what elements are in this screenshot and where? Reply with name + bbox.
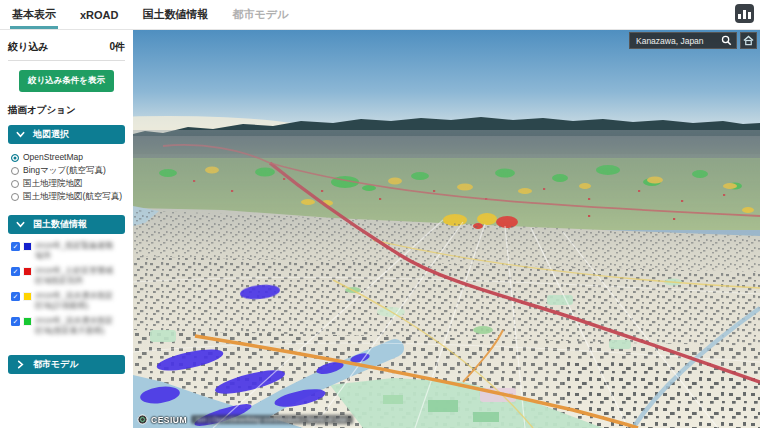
basemap-radio-list: OpenStreetMap Bingマップ(航空写真) 国土地理院地図 国土地理… — [8, 144, 125, 207]
nlni-layer-row[interactable]: ✓ 2019年_洪水浸水想定区域(計画規模) — [11, 291, 125, 310]
app-window: 基本表示 xROAD 国土数値情報 都市モデル 絞り込み 0件 絞り込み条件を表… — [0, 0, 760, 428]
map-credits: CESIUM ion | OpenStreetMap contributors … — [137, 414, 353, 425]
radio-icon — [11, 167, 19, 175]
cesium-globe-icon — [137, 414, 148, 425]
basemap-option-label: OpenStreetMap — [23, 151, 83, 164]
basemap-option-label: 国土地理院地図 — [23, 177, 83, 190]
tab-nav: 基本表示 xROAD 国土数値情報 都市モデル — [0, 0, 760, 29]
basemap-option-openstreetmap[interactable]: OpenStreetMap — [11, 151, 125, 164]
radio-icon — [11, 193, 19, 201]
basemap-option-gsi-map[interactable]: 国土地理院地図 — [11, 177, 125, 190]
search-icon[interactable] — [721, 35, 732, 46]
basemap-option-label: Bingマップ(航空写真) — [23, 164, 106, 177]
accordion-map-select[interactable]: 地図選択 — [8, 125, 125, 144]
home-view-button[interactable] — [740, 32, 757, 49]
tab-national-land-info[interactable]: 国土数値情報 — [143, 0, 209, 29]
chevron-down-icon — [16, 130, 25, 139]
bar-chart-icon — [748, 12, 751, 19]
cesium-logo[interactable]: CESIUM — [137, 414, 187, 425]
nlni-layer-row[interactable]: ✓ 2019年_指定緊急避難場所 — [11, 241, 125, 260]
accordion-nlni[interactable]: 国土数値情報 — [8, 215, 125, 234]
bar-chart-icon — [738, 14, 741, 19]
geocoder: Kanazawa, Japan — [629, 32, 757, 49]
layer-color-swatch — [23, 267, 32, 276]
tab-xroad[interactable]: xROAD — [80, 0, 119, 29]
nlni-layer-label-blurred: 2019年_洪水浸水想定区域(計画規模) — [35, 291, 121, 310]
draw-options-label: 描画オプション — [8, 104, 125, 117]
chevron-right-icon — [16, 360, 25, 369]
cesium-3d-map-viewport[interactable]: Kanazawa, Japan CESIUM — [133, 30, 760, 428]
nlni-layer-list: ✓ 2019年_指定緊急避難場所 ✓ 2019年_土砂災害警戒区域指定箇所 ✓ … — [8, 234, 125, 347]
cesium-logo-text: CESIUM — [151, 415, 187, 425]
search-value: Kanazawa, Japan — [636, 36, 721, 46]
terrain-render — [133, 30, 760, 428]
data-attribution-blurred[interactable]: ion | OpenStreetMap contributors | Terms… — [191, 415, 353, 424]
radio-selected-icon — [11, 154, 19, 162]
checkbox-checked-icon: ✓ — [11, 317, 20, 326]
tab-basic-view[interactable]: 基本表示 — [12, 0, 56, 29]
basemap-option-bing-aerial[interactable]: Bingマップ(航空写真) — [11, 164, 125, 177]
layer-color-swatch — [23, 242, 32, 251]
filter-summary-row: 絞り込み 0件 — [8, 40, 125, 61]
checkbox-checked-icon: ✓ — [11, 242, 20, 251]
checkbox-checked-icon: ✓ — [11, 267, 20, 276]
checkbox-checked-icon: ✓ — [11, 292, 20, 301]
basemap-option-label: 国土地理院地図(航空写真) — [23, 190, 122, 203]
accordion-city-model-title: 都市モデル — [33, 358, 79, 371]
radio-icon — [11, 180, 19, 188]
nlni-layer-label-blurred: 2019年_指定緊急避難場所 — [35, 241, 121, 260]
show-filter-conditions-button[interactable]: 絞り込み条件を表示 — [19, 70, 114, 92]
tab-city-model[interactable]: 都市モデル — [233, 0, 289, 29]
chevron-down-icon — [16, 220, 25, 229]
sidebar: 絞り込み 0件 絞り込み条件を表示 描画オプション 地図選択 OpenStree… — [0, 30, 133, 428]
accordion-map-select-title: 地図選択 — [33, 128, 69, 141]
filter-count: 0件 — [109, 40, 125, 54]
nlni-layer-label-blurred: 2019年_洪水浸水想定区域(想定最大規模) — [35, 316, 121, 335]
bar-chart-icon-button[interactable] — [735, 4, 754, 23]
basemap-option-gsi-aerial[interactable]: 国土地理院地図(航空写真) — [11, 190, 125, 203]
accordion-city-model[interactable]: 都市モデル — [8, 355, 125, 374]
nlni-layer-label-blurred: 2019年_土砂災害警戒区域指定箇所 — [35, 266, 121, 285]
layer-color-swatch — [23, 317, 32, 326]
nlni-layer-row[interactable]: ✓ 2019年_土砂災害警戒区域指定箇所 — [11, 266, 125, 285]
bar-chart-icon — [743, 10, 746, 19]
accordion-nlni-title: 国土数値情報 — [33, 218, 87, 231]
nlni-layer-row[interactable]: ✓ 2019年_洪水浸水想定区域(想定最大規模) — [11, 316, 125, 335]
top-tab-bar: 基本表示 xROAD 国土数値情報 都市モデル — [0, 0, 760, 30]
filter-label: 絞り込み — [8, 40, 48, 54]
home-icon — [743, 35, 754, 46]
layer-color-swatch — [23, 292, 32, 301]
search-input[interactable]: Kanazawa, Japan — [629, 32, 737, 49]
